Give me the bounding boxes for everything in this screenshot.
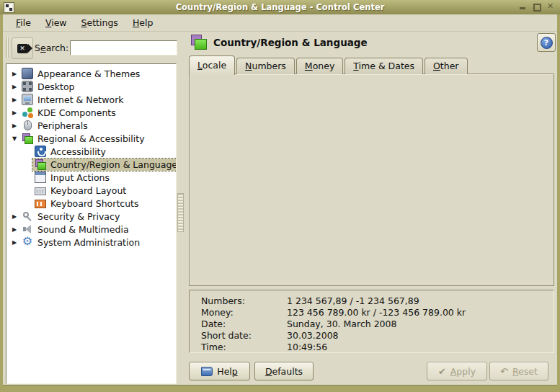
check-icon: ✔: [438, 367, 446, 376]
desktop-icon: [22, 81, 33, 92]
input-actions-icon: [35, 172, 46, 183]
expanded-arrow-icon[interactable]: ▼: [9, 135, 19, 142]
defaults-label: Defaults: [265, 366, 303, 377]
short-date-value: 30.03.2008: [287, 330, 339, 341]
system-admin-icon: [22, 236, 33, 248]
close-button[interactable]: ✕: [546, 2, 554, 11]
date-value: Sunday, 30. March 2008: [287, 318, 396, 329]
tab-numbers[interactable]: Numbers: [236, 58, 295, 74]
sidebar-item-kde-components[interactable]: ▶KDE Components: [6, 106, 176, 119]
locale-tab-panel: [189, 74, 554, 286]
internet-network-icon: [22, 94, 33, 105]
splitter-handle[interactable]: [177, 193, 184, 232]
window-body: File View Settings Help Search: ▶Appeara…: [3, 14, 557, 386]
tab-other[interactable]: Other: [425, 58, 468, 74]
collapsed-arrow-icon[interactable]: ▶: [9, 239, 19, 246]
locale-preview-panel: Numbers:1 234 567,89 / -1 234 567,89 Mon…: [189, 290, 554, 353]
clear-search-icon: [17, 44, 28, 53]
sidebar-item-label: System Administration: [37, 237, 140, 248]
apply-label: Apply: [450, 366, 476, 377]
tab-money[interactable]: Money: [296, 58, 343, 74]
menu-view[interactable]: View: [38, 15, 74, 30]
toolbar-handle[interactable]: [6, 37, 9, 58]
date-label: Date:: [201, 318, 287, 329]
country-region-icon: [190, 34, 208, 51]
sidebar-item-keyboard-layout[interactable]: Keyboard Layout: [6, 184, 176, 197]
maximize-button[interactable]: [533, 2, 541, 11]
collapsed-arrow-icon[interactable]: ▶: [9, 213, 19, 220]
search-label: Search:: [35, 43, 68, 53]
menu-file[interactable]: File: [9, 15, 38, 30]
sidebar-item-keyboard-shortcuts[interactable]: Keyboard Shortcuts: [6, 197, 176, 210]
regional-icon: [22, 133, 33, 144]
numbers-value: 1 234 567,89 / -1 234 567,89: [287, 295, 419, 306]
time-label: Time:: [201, 342, 287, 352]
sidebar-item-country-region-language[interactable]: Country/Region & Language: [6, 158, 176, 171]
sidebar-item-accessibility[interactable]: Accessibility: [6, 145, 176, 158]
sidebar-item-peripherals[interactable]: ▶Peripherals: [6, 119, 176, 132]
kde-components-icon: [22, 107, 33, 118]
menu-help[interactable]: Help: [125, 15, 161, 30]
tab-locale[interactable]: Locale: [189, 55, 235, 75]
sidebar-item-label: Regional & Accessibility: [37, 133, 145, 144]
defaults-button[interactable]: Defaults: [254, 362, 314, 380]
money-label: Money:: [201, 307, 287, 318]
keyboard-layout-icon: [35, 187, 46, 195]
sidebar-item-label: Keyboard Shortcuts: [50, 198, 139, 209]
reset-button[interactable]: ↶ Reset: [489, 362, 548, 380]
keyboard-shortcuts-icon: [35, 200, 46, 208]
sidebar-item-label: Peripherals: [37, 120, 88, 131]
short-date-label: Short date:: [201, 330, 287, 341]
sidebar-item-label: Country/Region & Language: [50, 159, 177, 170]
tab-time-dates[interactable]: Time & Dates: [345, 58, 423, 74]
collapsed-arrow-icon[interactable]: ▶: [9, 71, 19, 77]
apply-button[interactable]: ✔ Apply: [427, 362, 487, 380]
help-button[interactable]: Help: [189, 362, 250, 380]
sidebar-item-input-actions[interactable]: Input Actions: [6, 171, 176, 184]
menubar: File View Settings Help: [3, 14, 557, 32]
time-value: 10:49:56: [287, 342, 327, 352]
sidebar-item-label: Keyboard Layout: [50, 185, 126, 196]
reset-label: Reset: [512, 366, 538, 377]
sound-icon: [22, 223, 33, 235]
titlebar[interactable]: Country/Region & Language - Control Cent…: [0, 0, 560, 14]
collapsed-arrow-icon[interactable]: ▶: [9, 84, 19, 90]
accessibility-icon: [35, 146, 46, 157]
clear-search-button[interactable]: [12, 37, 33, 59]
collapsed-arrow-icon[interactable]: ▶: [9, 110, 19, 116]
sidebar-item-label: Accessibility: [50, 146, 106, 157]
numbers-label: Numbers:: [201, 295, 287, 306]
help-label: Help: [217, 366, 238, 377]
undo-icon: ↶: [500, 367, 508, 376]
page-title: Country/Region & Language: [213, 37, 368, 48]
sidebar-item-regional-accessibility[interactable]: ▼Regional & Accessibility: [6, 132, 176, 145]
sidebar-item-label: KDE Components: [37, 107, 116, 118]
minimize-button[interactable]: [519, 2, 527, 11]
sidebar-item-security-privacy[interactable]: ▶Security & Privacy: [6, 210, 176, 223]
help-button-small[interactable]: ?: [537, 33, 556, 52]
sidebar-item-label: Desktop: [37, 81, 75, 92]
country-region-icon: [35, 159, 46, 170]
collapsed-arrow-icon[interactable]: ▶: [9, 97, 19, 103]
search-input[interactable]: [70, 40, 177, 55]
window-menu-icon[interactable]: [4, 2, 14, 13]
collapsed-arrow-icon[interactable]: ▶: [9, 122, 19, 129]
sidebar-item-label: Internet & Network: [37, 94, 124, 105]
appearance-themes-icon: [22, 68, 33, 79]
sidebar-item-label: Appearance & Themes: [37, 68, 140, 79]
peripherals-icon: [22, 120, 33, 131]
category-tree[interactable]: ▶Appearance & Themes▶Desktop▶Internet & …: [6, 63, 177, 384]
sidebar-item-label: Input Actions: [50, 172, 110, 183]
control-center-window: Country/Region & Language - Control Cent…: [0, 0, 560, 392]
question-icon: ?: [541, 37, 553, 49]
book-icon: [201, 367, 213, 376]
money-value: 123 456 789.00 kr / -123 456 789.00 kr: [287, 307, 466, 318]
menu-settings[interactable]: Settings: [74, 15, 125, 30]
sidebar-item-system-administration[interactable]: ▶System Administration: [6, 236, 176, 249]
sidebar-item-appearance-themes[interactable]: ▶Appearance & Themes: [6, 67, 176, 80]
collapsed-arrow-icon[interactable]: ▶: [9, 226, 19, 233]
sidebar-item-desktop[interactable]: ▶Desktop: [6, 80, 176, 93]
sidebar-item-internet-network[interactable]: ▶Internet & Network: [6, 93, 176, 106]
security-icon: [22, 210, 33, 222]
sidebar-item-label: Security & Privacy: [37, 211, 120, 222]
